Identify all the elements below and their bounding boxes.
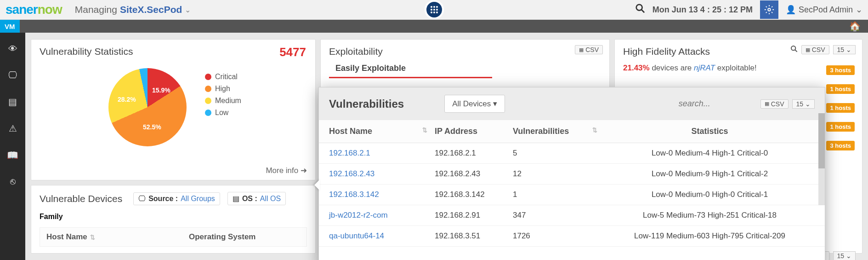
user-name: SecPod Admin xyxy=(799,5,853,15)
cell-ip: 192.168.3.142 xyxy=(435,190,513,199)
source-value: All Groups xyxy=(181,195,215,203)
user-menu[interactable]: 👤 SecPod Admin ⌄ xyxy=(786,5,862,15)
legend-critical: Critical xyxy=(215,73,238,81)
svg-point-1 xyxy=(433,6,435,8)
chevron-down-icon[interactable]: ⌄ xyxy=(185,6,191,14)
svg-point-0 xyxy=(431,6,432,8)
sort-icon[interactable]: ⇅ xyxy=(90,234,95,241)
host-link[interactable]: 192.168.2.1 xyxy=(329,149,370,157)
host-link[interactable]: qa-ubuntu64-14 xyxy=(329,231,384,240)
search-icon[interactable] xyxy=(790,45,798,54)
search-icon[interactable] xyxy=(635,3,645,16)
col-host[interactable]: Host Name xyxy=(329,127,372,136)
host-badge[interactable]: 1 hosts xyxy=(826,122,855,132)
sort-icon[interactable]: ⇅ xyxy=(592,127,597,136)
legend-medium: Medium xyxy=(215,97,241,105)
hifi-percent: 21.43% xyxy=(623,64,650,72)
svg-point-11 xyxy=(768,8,771,11)
logo-part1: saner xyxy=(6,2,38,17)
col-vuln[interactable]: Vulnerabilities xyxy=(513,127,569,136)
csv-button[interactable]: CSV xyxy=(760,99,789,109)
svg-point-3 xyxy=(431,9,432,11)
popup-header: Vulnerabilities All Devices ▾ CSV 15 ⌄ xyxy=(319,87,825,120)
njrat-link[interactable]: njRAT xyxy=(694,64,715,72)
col-host[interactable]: Host Name xyxy=(46,232,87,241)
sort-icon[interactable]: ⇅ xyxy=(422,127,427,136)
devices-dropdown[interactable]: All Devices ▾ xyxy=(444,95,505,113)
col-ip[interactable]: IP Address xyxy=(435,127,513,136)
cell-vuln: 12 xyxy=(513,169,605,179)
cell-ip: 192.168.2.1 xyxy=(435,149,513,158)
host-badge[interactable]: 3 hosts xyxy=(826,65,855,75)
cell-vuln: 347 xyxy=(513,211,605,220)
scroll-thumb[interactable] xyxy=(818,113,825,168)
page-size-select[interactable]: 15 ⌄ xyxy=(792,99,815,109)
list-icon: ▤ xyxy=(233,194,239,203)
top-bar: sanernow Managing SiteX.SecPod ⌄ Mon Jun… xyxy=(0,0,868,20)
grid-icon[interactable] xyxy=(425,0,444,19)
source-filter[interactable]: 🖵 Source : All Groups xyxy=(133,192,220,205)
svg-point-5 xyxy=(436,9,438,11)
legend-high: High xyxy=(215,85,230,93)
vuln-devices-panel: Vulnerable Devices 🖵 Source : All Groups… xyxy=(31,185,316,254)
list-icon[interactable]: ▤ xyxy=(8,96,17,107)
cell-stats: Low-0 Medium-0 High-0 Critical-1 xyxy=(605,190,815,199)
cell-ip: 192.168.2.43 xyxy=(435,169,513,179)
vm-tab[interactable]: VM xyxy=(0,20,20,33)
page-size-select[interactable]: 15 ⌄ xyxy=(833,251,856,260)
svg-line-10 xyxy=(641,10,644,12)
host-badge[interactable]: 1 hosts xyxy=(826,84,855,94)
svg-point-12 xyxy=(791,46,795,50)
table-row: 192.168.2.1192.168.2.15Low-0 Medium-4 Hi… xyxy=(319,143,825,164)
popup-table: Host Name⇅ IP Address Vulnerabilities⇅ S… xyxy=(319,120,825,260)
slice-high: 52.5% xyxy=(143,123,161,131)
slice-critical: 15.9% xyxy=(152,87,170,94)
csv-button[interactable]: CSV xyxy=(575,45,603,54)
home-icon[interactable]: 🏠 xyxy=(849,21,861,32)
col-os[interactable]: Operating System xyxy=(189,232,300,242)
svg-point-7 xyxy=(433,12,435,13)
col-stats[interactable]: Statistics xyxy=(605,127,815,136)
more-info-link[interactable]: More info ➜ xyxy=(266,166,307,175)
easy-exploitable-tab[interactable]: Easily Exploitable xyxy=(329,64,492,78)
alert-icon[interactable]: ⚠ xyxy=(9,123,17,134)
settings-button[interactable] xyxy=(760,0,778,19)
chevron-down-icon: ⌄ xyxy=(856,5,862,15)
book-icon[interactable]: 📖 xyxy=(7,150,18,161)
app-switcher[interactable] xyxy=(425,0,444,19)
cell-vuln: 1 xyxy=(513,190,605,199)
scrollbar[interactable] xyxy=(818,113,825,205)
vd-table: Host Name⇅ Operating System xyxy=(40,227,307,247)
left-sidebar: 👁 🖵 ▤ ⚠ 📖 ⎋ xyxy=(0,33,25,260)
page-size-select[interactable]: 15 ⌄ xyxy=(833,45,856,54)
cell-stats: Low-5 Medium-73 High-251 Critical-18 xyxy=(605,211,815,220)
csv-button[interactable]: CSV xyxy=(801,45,829,54)
search-input[interactable] xyxy=(679,99,752,109)
host-link[interactable]: 192.168.3.142 xyxy=(329,190,379,199)
host-link[interactable]: 192.168.2.43 xyxy=(329,169,374,178)
host-badge[interactable]: 1 hosts xyxy=(826,103,855,113)
arrow-right-icon: ➜ xyxy=(301,166,307,175)
monitor-icon[interactable]: 🖵 xyxy=(8,70,17,81)
eye-icon[interactable]: 👁 xyxy=(8,44,17,54)
host-link[interactable]: jb-w2012-r2-com xyxy=(329,211,388,220)
vuln-total: 5477 xyxy=(279,45,306,59)
clock: Mon Jun 13 4 : 25 : 12 PM xyxy=(652,5,753,15)
table-header: Host Name⇅ IP Address Vulnerabilities⇅ S… xyxy=(319,120,825,143)
host-badge[interactable]: 3 hosts xyxy=(826,141,855,150)
family-label: Family xyxy=(40,213,63,221)
slice-medium: 28.2% xyxy=(118,96,136,103)
site-dropdown[interactable]: SiteX.SecPod xyxy=(120,4,182,15)
logo: sanernow xyxy=(6,2,62,17)
logo-part2: now xyxy=(38,2,62,17)
top-right: Mon Jun 13 4 : 25 : 12 PM 👤 SecPod Admin… xyxy=(635,0,862,19)
exit-icon[interactable]: ⎋ xyxy=(10,176,16,187)
svg-line-13 xyxy=(795,50,797,52)
table-row: qa-ubuntu64-14192.168.3.511726Low-119 Me… xyxy=(319,226,825,247)
cell-vuln: 5 xyxy=(513,149,605,158)
os-filter[interactable]: ▤ OS : All OS xyxy=(227,192,286,205)
svg-point-9 xyxy=(636,5,642,11)
hifi-summary: 21.43% devices are njRAT exploitable! xyxy=(623,64,854,73)
panel-title: Vulnerable Devices xyxy=(40,193,122,204)
cell-vuln: 1726 xyxy=(513,231,605,241)
